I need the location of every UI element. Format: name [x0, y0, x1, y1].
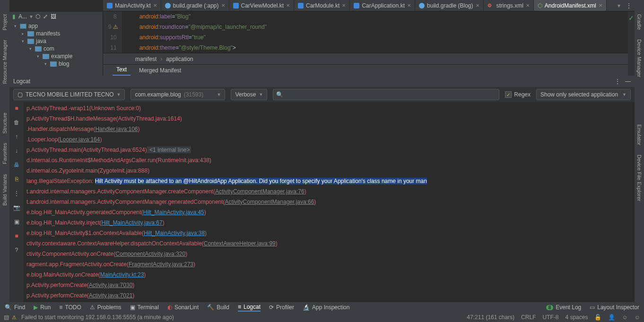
tree-item-manifests[interactable]: ▸ manifests — [11, 30, 101, 37]
stack-link[interactable]: MainActivity.kt:23 — [100, 271, 144, 278]
side-project[interactable]: Project — [2, 14, 8, 30]
side-resource-manager[interactable]: Resource Manager — [2, 40, 8, 84]
gutter-line[interactable]: 10 — [103, 32, 118, 43]
stack-link[interactable]: ComponentActivity.java:320 — [115, 251, 185, 257]
man-icon[interactable]: 👤 — [608, 314, 615, 321]
editor-tab-2[interactable]: CarViewModel.kt ✕ — [229, 0, 294, 11]
gutter-line[interactable]: 11 — [103, 43, 118, 53]
image-icon[interactable]: 🖼 — [51, 13, 56, 20]
status-icon[interactable]: ▤ — [4, 314, 9, 321]
log-line[interactable]: ctivity.ComponentActivity.onCreate(Compo… — [26, 249, 632, 259]
log-line[interactable]: e.blog.Hilt_MainActivity.generatedCompon… — [26, 207, 632, 218]
breadcrumb[interactable]: manifest › application — [103, 53, 635, 64]
stack-link[interactable]: Handler.java:106 — [95, 126, 138, 132]
bottom-tool-profiler[interactable]: ⟳ Profiler — [269, 304, 294, 311]
bottom-tool-run[interactable]: ▶ Run — [34, 304, 51, 311]
print-icon[interactable]: 🖶 — [12, 161, 21, 169]
bottom-tool-terminal[interactable]: ▣ Terminal — [130, 304, 159, 311]
camera-icon[interactable]: 📷 — [12, 203, 21, 212]
encoding[interactable]: UTF-8 — [542, 314, 558, 321]
close-icon[interactable]: ✕ — [599, 3, 602, 8]
editor-tab-5[interactable]: build.gradle (Blog) ✕ — [415, 0, 483, 11]
close-icon[interactable]: ✕ — [476, 3, 479, 8]
filter-icon[interactable]: ⎘ — [12, 175, 21, 183]
face1-icon[interactable]: ☺ — [622, 314, 627, 321]
side-device-file-explorer[interactable]: Device File Explorer — [636, 155, 642, 201]
chevron-icon[interactable]: ▾ — [14, 24, 18, 28]
breadcrumb-0[interactable]: manifest — [135, 56, 157, 62]
collapsed-frames[interactable]: <1 internal line> — [147, 147, 191, 153]
editor-code[interactable]: android:label="Blog" android:roundIcon="… — [122, 11, 635, 53]
face2-icon[interactable]: ☺ — [635, 314, 640, 321]
clear-icon[interactable]: 🗑 — [12, 118, 21, 127]
stack-link[interactable]: ActivityComponentManager.java:66 — [225, 199, 314, 205]
warning-icon[interactable] — [12, 314, 18, 321]
log-line[interactable]: d.internal.os.RuntimeInit$MethodAndArgsC… — [26, 155, 632, 165]
bottom-tool-event log[interactable]: 8 Event Log — [546, 304, 582, 311]
gutter-line[interactable]: 9 ⚠ — [103, 22, 118, 32]
log-line[interactable]: p.ActivityThread.main(ActivityThread.jav… — [26, 145, 632, 155]
stack-link[interactable]: Hilt_MainActivity.java:45 — [143, 209, 204, 216]
side-gradle[interactable]: Gradle — [636, 14, 642, 30]
readonly-icon[interactable]: 🔓 — [594, 314, 601, 321]
logcat-output[interactable]: p.ActivityThread.-wrap11(Unknown Source:… — [24, 102, 635, 302]
scroll-up-icon[interactable]: ↑ — [12, 132, 21, 141]
stack-link[interactable]: Activity.java:7030 — [89, 282, 133, 288]
bottom-tool-app inspection[interactable]: 🔬 App Inspection — [303, 304, 349, 311]
side-device-manager[interactable]: Device Manager — [636, 39, 642, 77]
chevron-icon[interactable]: ▾ — [44, 61, 48, 66]
editor-tab-7[interactable]: ⬡ AndroidManifest.xml ✕ — [534, 0, 607, 11]
tree-item-app[interactable]: ▾ app — [11, 22, 101, 30]
close-icon[interactable]: ✕ — [221, 3, 225, 8]
logcat-search-input[interactable] — [286, 91, 496, 98]
log-line[interactable]: ragment.app.FragmentActivity.onCreate(Fr… — [26, 259, 632, 270]
log-line[interactable]: t.android.internal.managers.ActivityComp… — [26, 197, 632, 207]
stack-link[interactable]: ContextAwareHelper.java:99 — [204, 240, 276, 247]
logcat-search[interactable]: 🔍 — [273, 89, 499, 100]
log-line[interactable]: p.Activity.performCreate(Activity.java:7… — [26, 280, 632, 290]
editor-tab-0[interactable]: MainActivity.kt ✕ — [103, 0, 161, 11]
indent[interactable]: 4 spaces — [565, 314, 588, 321]
android-dropdown[interactable]: A... — [18, 13, 27, 20]
log-line[interactable]: lang.IllegalStateException: Hilt Activit… — [26, 176, 632, 186]
editor-inspection-gutter[interactable]: ✓ — [628, 11, 635, 53]
log-line[interactable]: p.Activity.performCreate(Activity.java:7… — [26, 290, 632, 301]
log-line[interactable]: d.internal.os.ZygoteInit.main(ZygoteInit… — [26, 165, 632, 176]
tree-item-java[interactable]: ▾ java — [11, 37, 101, 45]
chevron-icon[interactable]: ▾ — [22, 39, 26, 44]
editor-tab-4[interactable]: CarApplication.kt ✕ — [350, 0, 415, 11]
bottom-tool-problems[interactable]: ⚠ Problems — [90, 304, 122, 311]
close-icon[interactable]: ✕ — [407, 3, 411, 8]
side-structure[interactable]: Structure — [2, 113, 8, 134]
code-line[interactable]: android:supportsRtl="true" — [127, 32, 635, 43]
stack-link[interactable]: ActivityComponentManager.java:76 — [215, 188, 305, 195]
line-ending[interactable]: CRLF — [521, 314, 536, 321]
close-icon[interactable]: ✕ — [526, 3, 530, 8]
chevron-icon[interactable]: ▾ — [29, 46, 33, 51]
bottom-tool-layout inspector[interactable]: ▭ Layout Inspector — [590, 304, 639, 311]
terminate-icon[interactable]: ■ — [12, 232, 21, 240]
bottom-tool-todo[interactable]: ≡ TODO — [59, 304, 81, 311]
log-line[interactable]: ctivity.contextaware.ContextAwareHelper.… — [26, 238, 632, 249]
process-dropdown[interactable]: com.example.blog (31593) ▼ — [131, 89, 225, 100]
stack-link[interactable]: FragmentActivity.java:273 — [129, 261, 193, 268]
chevron-icon[interactable]: ▾ — [37, 54, 41, 59]
log-line[interactable]: e.blog.MainActivity.onCreate(MainActivit… — [26, 270, 632, 280]
filter-dropdown[interactable]: Show only selected application ▼ — [536, 89, 631, 100]
device-dropdown[interactable]: ▢ TECNO MOBILE LIMITED TECNO ▼ — [13, 89, 125, 100]
log-line[interactable]: p.ActivityThread$H.handleMessage(Activit… — [26, 113, 632, 124]
sub-tab-1[interactable]: Merged Manifest — [135, 65, 185, 76]
logcat-minimize-icon[interactable]: — — [625, 78, 631, 85]
gutter-line[interactable]: 8 — [103, 11, 118, 22]
stop-icon[interactable]: ■ — [12, 104, 21, 113]
editor-tab-6[interactable]: ⚙ strings.xml ✕ — [484, 0, 534, 11]
help-icon[interactable]: ? — [12, 246, 21, 254]
log-line[interactable]: .Handler.dispatchMessage(Handler.java:10… — [26, 124, 632, 134]
bottom-tool-find[interactable]: 🔍 Find — [5, 304, 25, 311]
tree-item-blog[interactable]: ▾ blog — [11, 60, 101, 68]
stack-link[interactable]: Looper.java:164 — [60, 136, 100, 143]
side-emulator[interactable]: Emulator — [636, 124, 642, 145]
project-head[interactable]: ▮ A... ▾ ⬡ ⤢ 🖼 — [9, 12, 103, 21]
scroll-down-icon[interactable]: ↓ — [12, 147, 21, 155]
caret-position[interactable]: 47:211 (161 chars) — [467, 314, 514, 321]
